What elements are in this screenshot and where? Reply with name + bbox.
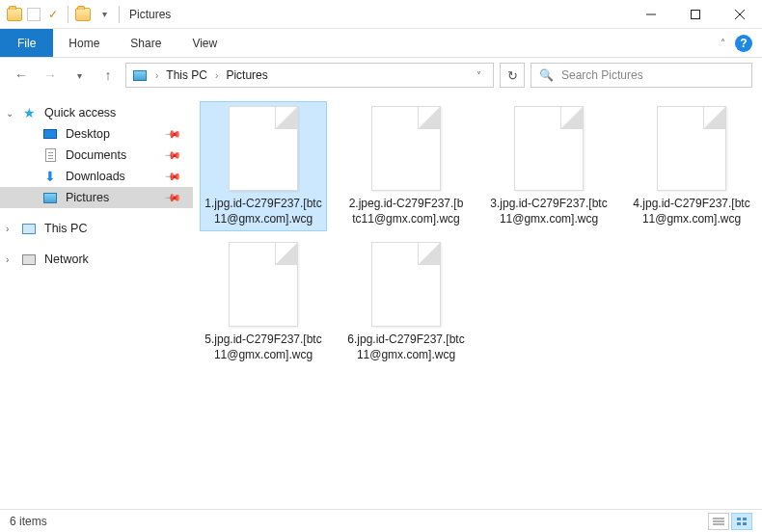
- file-item[interactable]: 5.jpg.id-C279F237.[btc11@gmx.com].wcg: [201, 238, 326, 366]
- file-thumbnail-icon: [371, 106, 441, 191]
- file-item[interactable]: 3.jpg.id-C279F237.[btc11@gmx.com].wcg: [486, 102, 612, 230]
- help-icon[interactable]: ?: [735, 35, 752, 52]
- file-item[interactable]: 1.jpg.id-C279F237.[btc11@gmx.com].wcg: [201, 102, 326, 230]
- content-area: ⌄ ★ Quick access Desktop 📌 Documents 📌 ⬇…: [0, 93, 762, 509]
- file-name: 2.jpeg.id-C279F237.[btc11@gmx.com].wcg: [347, 197, 465, 226]
- refresh-button[interactable]: ↻: [500, 63, 525, 88]
- chevron-right-icon: ›: [215, 70, 218, 81]
- file-name: 6.jpg.id-C279F237.[btc11@gmx.com].wcg: [347, 332, 465, 362]
- recent-locations-button[interactable]: ▾: [68, 64, 91, 87]
- up-button[interactable]: ↑: [96, 64, 120, 87]
- desktop-icon: [42, 126, 58, 142]
- pin-icon: 📌: [163, 188, 181, 206]
- file-item[interactable]: 4.jpg.id-C279F237.[btc11@gmx.com].wcg: [629, 102, 754, 230]
- svg-rect-8: [743, 518, 747, 520]
- qat-dropdown-icon[interactable]: ▾: [95, 6, 113, 23]
- chevron-right-icon: ›: [155, 70, 158, 81]
- sidebar-item-this-pc[interactable]: › This PC: [0, 218, 193, 239]
- file-tab[interactable]: File: [0, 29, 53, 57]
- file-name: 4.jpg.id-C279F237.[btc11@gmx.com].wcg: [633, 197, 750, 226]
- sidebar-label: Documents: [66, 148, 126, 162]
- tab-home[interactable]: Home: [53, 29, 115, 57]
- icons-view-button[interactable]: [731, 513, 752, 530]
- sidebar-item-desktop[interactable]: Desktop 📌: [0, 123, 193, 145]
- sidebar-label: Downloads: [66, 170, 125, 183]
- qat-checkbox-icon[interactable]: ✓: [44, 6, 62, 23]
- item-count: 6 items: [10, 515, 47, 528]
- sidebar-item-downloads[interactable]: ⬇ Downloads 📌: [0, 166, 193, 187]
- file-thumbnail-icon: [657, 106, 726, 191]
- pc-icon: [21, 221, 37, 236]
- tab-view[interactable]: View: [177, 29, 232, 57]
- file-thumbnail-icon: [514, 106, 584, 191]
- svg-rect-7: [737, 518, 741, 520]
- maximize-button[interactable]: [673, 0, 718, 29]
- file-name: 5.jpg.id-C279F237.[btc11@gmx.com].wcg: [204, 332, 322, 362]
- star-icon: ★: [21, 105, 37, 120]
- sidebar-label: Quick access: [44, 106, 116, 120]
- tab-share[interactable]: Share: [115, 29, 177, 57]
- search-placeholder: Search Pictures: [561, 68, 643, 82]
- tree-expander-icon[interactable]: ›: [6, 224, 9, 234]
- ribbon: File Home Share View ˄ ?: [0, 29, 762, 58]
- sidebar-item-quick-access[interactable]: ⌄ ★ Quick access: [0, 102, 193, 123]
- tree-expander-icon[interactable]: ⌄: [6, 108, 14, 119]
- file-thumbnail-icon: [229, 242, 298, 327]
- sidebar-label: This PC: [44, 222, 87, 235]
- address-bar[interactable]: › This PC › Pictures ˅: [125, 63, 494, 88]
- file-thumbnail-icon: [229, 106, 298, 191]
- file-grid[interactable]: 1.jpg.id-C279F237.[btc11@gmx.com].wcg2.j…: [193, 93, 762, 509]
- folder-icon: [74, 6, 92, 23]
- breadcrumb-item[interactable]: This PC: [166, 68, 207, 82]
- download-icon: ⬇: [42, 169, 58, 184]
- address-dropdown-icon[interactable]: ˅: [471, 70, 487, 81]
- search-input[interactable]: 🔍 Search Pictures: [531, 63, 752, 88]
- breadcrumb-item[interactable]: Pictures: [226, 68, 267, 82]
- file-item[interactable]: 6.jpg.id-C279F237.[btc11@gmx.com].wcg: [343, 238, 469, 366]
- navigation-row: ← → ▾ ↑ › This PC › Pictures ˅ ↻ 🔍 Searc…: [0, 58, 762, 93]
- search-icon: 🔍: [539, 68, 554, 82]
- pictures-icon: [42, 190, 58, 205]
- sidebar-item-network[interactable]: › Network: [0, 249, 193, 270]
- pin-icon: 📌: [163, 146, 181, 164]
- svg-rect-1: [692, 10, 700, 18]
- file-thumbnail-icon: [371, 242, 441, 327]
- navigation-pane: ⌄ ★ Quick access Desktop 📌 Documents 📌 ⬇…: [0, 93, 193, 509]
- explorer-icon: [6, 6, 23, 23]
- separator: [68, 6, 68, 23]
- tree-expander-icon[interactable]: ›: [6, 254, 9, 265]
- sidebar-label: Desktop: [66, 127, 110, 141]
- network-icon: [21, 252, 37, 267]
- pictures-icon: [132, 67, 148, 83]
- sidebar-label: Network: [44, 253, 89, 266]
- close-button[interactable]: [718, 0, 762, 29]
- ribbon-collapse-icon[interactable]: ˄: [721, 38, 725, 48]
- status-bar: 6 items: [0, 509, 762, 532]
- title-bar: ✓ ▾ Pictures: [0, 0, 762, 29]
- file-name: 3.jpg.id-C279F237.[btc11@gmx.com].wcg: [490, 197, 608, 226]
- sidebar-item-pictures[interactable]: Pictures 📌: [0, 187, 193, 208]
- details-view-button[interactable]: [708, 513, 729, 530]
- window-title: Pictures: [129, 8, 171, 21]
- document-icon: [42, 147, 58, 163]
- file-name: 1.jpg.id-C279F237.[btc11@gmx.com].wcg: [204, 197, 322, 226]
- svg-rect-10: [743, 522, 747, 525]
- pin-icon: 📌: [163, 124, 181, 143]
- svg-rect-9: [737, 522, 741, 525]
- sidebar-item-documents[interactable]: Documents 📌: [0, 145, 193, 166]
- back-button[interactable]: ←: [10, 64, 33, 87]
- separator: [119, 6, 120, 23]
- pin-icon: 📌: [163, 167, 181, 185]
- sidebar-label: Pictures: [66, 191, 109, 204]
- forward-button[interactable]: →: [39, 64, 62, 87]
- qat-properties-icon[interactable]: [27, 8, 41, 21]
- file-item[interactable]: 2.jpeg.id-C279F237.[btc11@gmx.com].wcg: [343, 102, 469, 230]
- minimize-button[interactable]: [629, 0, 673, 29]
